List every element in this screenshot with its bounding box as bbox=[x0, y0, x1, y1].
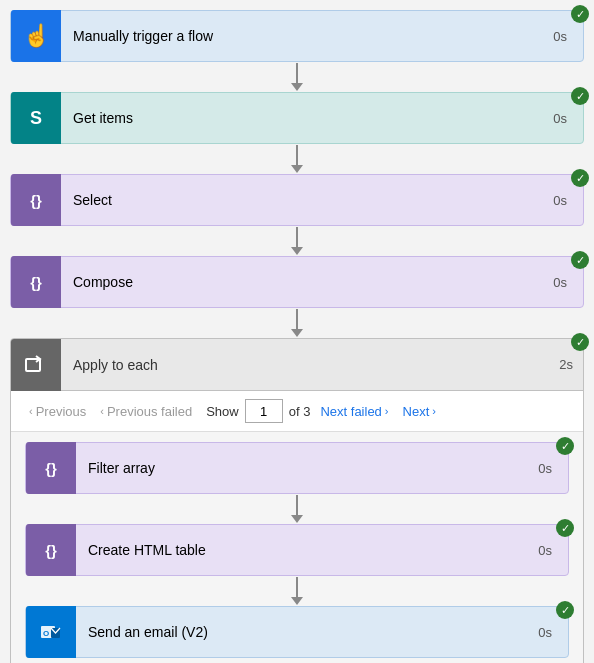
apply-to-each-container: Apply to each 2s ✓ ‹ Previous ‹ Previous… bbox=[10, 338, 584, 663]
arrow-4 bbox=[291, 308, 303, 338]
previous-button[interactable]: ‹ Previous bbox=[25, 402, 90, 421]
sendemail-label: Send an email (V2) bbox=[76, 624, 538, 640]
sendemail-duration: 0s bbox=[538, 625, 552, 640]
filterarray-icon: {} bbox=[26, 442, 76, 494]
inner-arrow-1 bbox=[291, 494, 303, 524]
page-input[interactable] bbox=[245, 399, 283, 423]
getitems-check: ✓ bbox=[571, 87, 589, 105]
getitems-label: Get items bbox=[61, 110, 553, 126]
step-compose[interactable]: {} Compose 0s ✓ bbox=[10, 256, 584, 308]
createhtmltable-icon: {} bbox=[26, 524, 76, 576]
show-label: Show bbox=[206, 404, 239, 419]
pagination-bar: ‹ Previous ‹ Previous failed Show of 3 N… bbox=[11, 391, 583, 432]
svg-text:O: O bbox=[43, 629, 49, 638]
prev-failed-chevron-icon: ‹ bbox=[100, 405, 104, 417]
filterarray-check: ✓ bbox=[556, 437, 574, 455]
sendemail-check: ✓ bbox=[556, 601, 574, 619]
of-label: of 3 bbox=[289, 404, 311, 419]
previous-chevron-icon: ‹ bbox=[29, 405, 33, 417]
trigger-duration: 0s bbox=[553, 29, 567, 44]
inner-arrow-2 bbox=[291, 576, 303, 606]
next-failed-chevron-icon: › bbox=[385, 405, 389, 417]
sendemail-icon: O bbox=[26, 606, 76, 658]
trigger-icon: ☝ bbox=[11, 10, 61, 62]
compose-label: Compose bbox=[61, 274, 553, 290]
next-chevron-icon: › bbox=[432, 405, 436, 417]
select-duration: 0s bbox=[553, 193, 567, 208]
select-icon: {} bbox=[11, 174, 61, 226]
apply-icon bbox=[11, 339, 61, 391]
step-createhtmltable[interactable]: {} Create HTML table 0s ✓ bbox=[25, 524, 569, 576]
inner-steps: {} Filter array 0s ✓ {} Create HTML tabl… bbox=[11, 432, 583, 663]
next-failed-button[interactable]: Next failed › bbox=[316, 402, 392, 421]
createhtmltable-check: ✓ bbox=[556, 519, 574, 537]
step-getitems[interactable]: S Get items 0s ✓ bbox=[10, 92, 584, 144]
compose-check: ✓ bbox=[571, 251, 589, 269]
next-button[interactable]: Next › bbox=[399, 402, 440, 421]
getitems-icon: S bbox=[11, 92, 61, 144]
compose-duration: 0s bbox=[553, 275, 567, 290]
arrow-3 bbox=[291, 226, 303, 256]
filterarray-label: Filter array bbox=[76, 460, 538, 476]
step-sendemail[interactable]: O Send an email (V2) 0s ✓ bbox=[25, 606, 569, 658]
trigger-label: Manually trigger a flow bbox=[61, 28, 553, 44]
compose-icon: {} bbox=[11, 256, 61, 308]
select-label: Select bbox=[61, 192, 553, 208]
step-trigger[interactable]: ☝ Manually trigger a flow 0s ✓ bbox=[10, 10, 584, 62]
apply-duration: 2s bbox=[559, 357, 573, 372]
apply-label: Apply to each bbox=[61, 357, 559, 373]
arrow-1 bbox=[291, 62, 303, 92]
filterarray-duration: 0s bbox=[538, 461, 552, 476]
flow-container: ☝ Manually trigger a flow 0s ✓ S Get ite… bbox=[10, 10, 584, 663]
apply-header[interactable]: Apply to each 2s bbox=[11, 339, 583, 391]
previous-failed-button[interactable]: ‹ Previous failed bbox=[96, 402, 196, 421]
step-select[interactable]: {} Select 0s ✓ bbox=[10, 174, 584, 226]
select-check: ✓ bbox=[571, 169, 589, 187]
arrow-2 bbox=[291, 144, 303, 174]
step-filterarray[interactable]: {} Filter array 0s ✓ bbox=[25, 442, 569, 494]
apply-check: ✓ bbox=[571, 333, 589, 351]
trigger-check: ✓ bbox=[571, 5, 589, 23]
createhtmltable-duration: 0s bbox=[538, 543, 552, 558]
createhtmltable-label: Create HTML table bbox=[76, 542, 538, 558]
getitems-duration: 0s bbox=[553, 111, 567, 126]
